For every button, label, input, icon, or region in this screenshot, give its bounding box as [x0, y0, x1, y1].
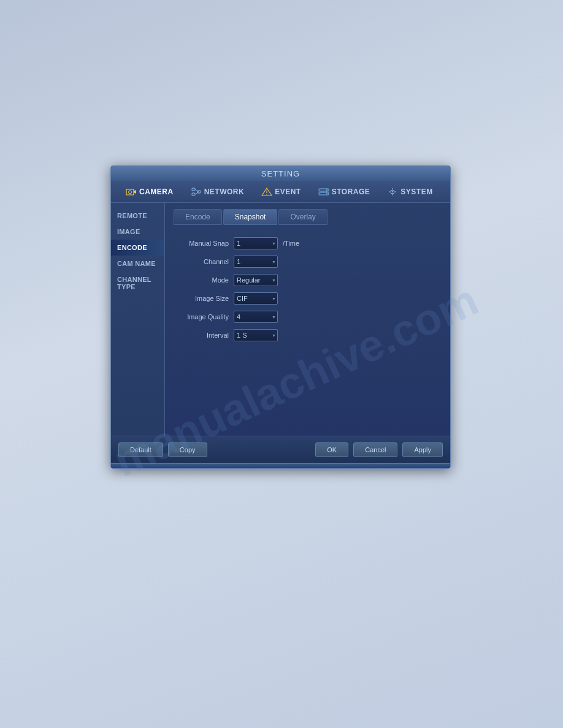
system-icon [387, 188, 398, 196]
label-channel: Channel [174, 258, 229, 265]
svg-point-16 [392, 191, 393, 192]
button-group-right: OK Cancel Apply [315, 442, 443, 457]
button-group-left: Default Copy [118, 442, 207, 457]
network-icon [191, 188, 202, 196]
form-row-mode: Mode Regular Motion Alarm [174, 274, 442, 286]
storage-icon [318, 188, 329, 196]
nav-label-event: EVENT [275, 188, 301, 196]
nav-item-camera[interactable]: CAMERA [117, 185, 182, 199]
svg-point-13 [326, 189, 327, 191]
svg-rect-3 [192, 188, 195, 191]
select-wrapper-mode: Regular Motion Alarm [234, 274, 278, 286]
nav-label-network: NETWORK [204, 188, 245, 196]
settings-dialog: SETTING CAMERA [110, 165, 451, 469]
dialog-title-bar: SETTING [111, 166, 450, 181]
tab-overlay[interactable]: Overlay [278, 209, 327, 225]
label-manual-snap: Manual Snap [174, 240, 229, 247]
apply-button[interactable]: Apply [402, 442, 443, 457]
dialog-title: SETTING [261, 169, 300, 178]
tab-bar: Encode Snapshot Overlay [174, 209, 442, 225]
sidebar: REMOTE IMAGE ENCODE CAM NAME CHANNEL TYP… [111, 203, 165, 436]
label-image-quality: Image Quality [174, 313, 229, 320]
label-interval: Interval [174, 332, 229, 339]
tab-snapshot[interactable]: Snapshot [223, 209, 278, 225]
nav-label-storage: STORAGE [332, 188, 370, 196]
sidebar-item-channel-type[interactable]: CHANNEL TYPE [111, 271, 164, 295]
form-row-image-quality: Image Quality 1 2 3 4 5 6 [174, 311, 442, 323]
select-wrapper-image-quality: 1 2 3 4 5 6 [234, 311, 278, 323]
dialog-body: REMOTE IMAGE ENCODE CAM NAME CHANNEL TYP… [111, 203, 450, 436]
top-nav: CAMERA NETWORK [111, 181, 450, 203]
svg-rect-0 [126, 189, 134, 195]
nav-item-event[interactable]: EVENT [253, 185, 310, 199]
svg-point-14 [326, 193, 327, 194]
svg-rect-4 [192, 193, 195, 195]
button-bar: Default Copy OK Cancel Apply [111, 436, 450, 463]
nav-item-network[interactable]: NETWORK [182, 185, 253, 199]
form-row-channel: Channel 1 2 3 4 [174, 256, 442, 268]
form-row-manual-snap: Manual Snap 1 2 3 /Time [174, 237, 442, 249]
select-interval[interactable]: 1 S 2 S 5 S 10 S [234, 329, 278, 341]
select-channel[interactable]: 1 2 3 4 [234, 256, 278, 268]
unit-manual-snap: /Time [283, 240, 299, 247]
select-wrapper-manual-snap: 1 2 3 [234, 237, 278, 249]
svg-rect-5 [197, 191, 201, 193]
svg-point-10 [266, 194, 267, 195]
nav-item-system[interactable]: SYSTEM [378, 185, 441, 199]
select-manual-snap[interactable]: 1 2 3 [234, 237, 278, 249]
select-mode[interactable]: Regular Motion Alarm [234, 274, 278, 286]
select-image-size[interactable]: CIF D1 720P [234, 292, 278, 305]
nav-label-system: SYSTEM [400, 188, 432, 196]
event-icon [261, 188, 272, 196]
dialog-bottom-bar [111, 463, 450, 468]
nav-label-camera: CAMERA [139, 188, 174, 196]
select-wrapper-channel: 1 2 3 4 [234, 256, 278, 268]
sidebar-item-cam-name[interactable]: CAM NAME [111, 256, 164, 271]
svg-marker-1 [134, 190, 136, 194]
default-button[interactable]: Default [118, 442, 163, 457]
select-image-quality[interactable]: 1 2 3 4 5 6 [234, 311, 278, 323]
copy-button[interactable]: Copy [168, 442, 207, 457]
content-area: Encode Snapshot Overlay Manual Snap 1 [165, 203, 450, 436]
svg-point-2 [129, 191, 132, 194]
cancel-button[interactable]: Cancel [353, 442, 397, 457]
form-section: Manual Snap 1 2 3 /Time Channel [174, 232, 442, 352]
label-mode: Mode [174, 276, 229, 284]
nav-item-storage[interactable]: STORAGE [310, 185, 379, 199]
camera-icon [126, 188, 137, 196]
select-wrapper-image-size: CIF D1 720P [234, 292, 278, 305]
sidebar-item-image[interactable]: IMAGE [111, 224, 164, 240]
ok-button[interactable]: OK [315, 442, 348, 457]
form-row-image-size: Image Size CIF D1 720P [174, 292, 442, 305]
sidebar-item-remote[interactable]: REMOTE [111, 208, 164, 224]
select-wrapper-interval: 1 S 2 S 5 S 10 S [234, 329, 278, 341]
sidebar-item-encode[interactable]: ENCODE [111, 240, 164, 256]
form-row-interval: Interval 1 S 2 S 5 S 10 S [174, 329, 442, 341]
tab-encode[interactable]: Encode [174, 209, 222, 225]
label-image-size: Image Size [174, 295, 229, 302]
